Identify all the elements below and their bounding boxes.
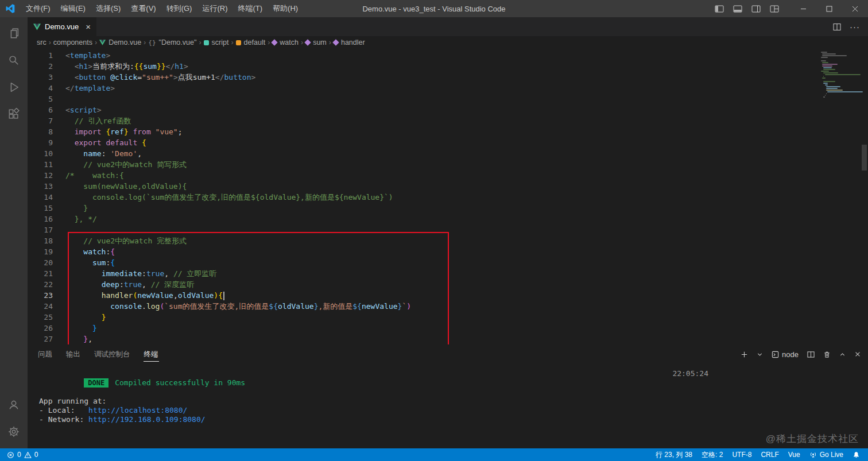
terminal-profile-selector[interactable]: node [772,350,799,359]
breadcrumb-item-demo-vue[interactable]: Demo.vue [99,38,141,47]
breadcrumb-item-sum[interactable]: sum [305,38,327,47]
breadcrumb-item-script[interactable]: script [204,38,229,47]
code-line-7[interactable]: 7 // 引入ref函数 [28,115,868,126]
explorer-icon[interactable] [0,20,28,47]
line-number: 7 [28,115,53,126]
panel-tab-output[interactable]: 输出 [65,346,81,361]
toggle-sidebar-icon[interactable] [715,5,724,13]
code-line-6[interactable]: 6<script> [28,104,868,115]
code-line-16[interactable]: 16 }, */ [28,214,868,224]
customize-layout-icon[interactable] [770,5,779,13]
toggle-panel-icon[interactable] [733,5,742,13]
tab-demo-vue[interactable]: Demo.vue × [28,17,96,36]
search-icon[interactable] [0,47,28,73]
menu-selection[interactable]: 选择(S) [91,0,126,17]
breadcrumb-separator-icon: › [49,38,51,47]
code-line-27[interactable]: 27 }, [28,334,868,344]
panel-tab-problems[interactable]: 问题 [37,346,53,361]
new-terminal-icon[interactable] [741,351,748,358]
notifications-bell[interactable] [848,448,865,461]
code-line-15[interactable]: 15 } [28,203,868,214]
terminal-dropdown-chevron-icon[interactable] [757,351,763,358]
cursor-position[interactable]: 行 23, 列 38 [651,448,697,461]
code-line-3[interactable]: 3 <button @click="sum++">点我sum+1</button… [28,72,868,83]
minimap-line [827,91,863,92]
maximize-panel-chevron-icon[interactable] [839,351,846,358]
breadcrumb-item-components[interactable]: components [53,38,92,47]
go-live-button[interactable]: Go Live [805,448,848,461]
minimap-line [822,62,828,63]
code-line-19[interactable]: 19 watch:{ [28,246,868,257]
code-line-9[interactable]: 9 export default { [28,137,868,148]
code-line-23[interactable]: 23 handler(newValue,oldValue){ [28,290,868,301]
tab-close-icon[interactable]: × [86,22,91,32]
run-debug-icon[interactable] [0,73,28,100]
code-line-24[interactable]: 24 console.log(`sum的值发生了改变,旧的值是${oldValu… [28,301,868,312]
panel-tab-terminal[interactable]: 终端 [144,346,159,362]
code-line-1[interactable]: 1<template> [28,50,868,61]
terminal-line: - Local: http://localhost:8080/ [39,406,868,415]
code-line-13[interactable]: 13 sum(newValue,oldValue){ [28,181,868,192]
encoding[interactable]: UTF-8 [727,448,756,461]
breadcrumb-item-handler[interactable]: handler [334,38,365,47]
code-line-25[interactable]: 25 } [28,312,868,323]
editor-scrollbar[interactable] [862,145,867,171]
menu-go[interactable]: 转到(G) [161,0,197,17]
code-line-11[interactable]: 11 // vue2中的watch 简写形式 [28,159,868,170]
terminal[interactable]: DONECompiled successfully in 90ms 22:05:… [28,364,868,448]
language-mode[interactable]: Vue [784,448,805,461]
code-text: sum:{ [53,257,115,268]
close-window-button[interactable] [842,0,868,17]
breadcrumb-item-src[interactable]: src [37,38,46,47]
kill-terminal-trash-icon[interactable] [823,351,831,358]
menu-run[interactable]: 运行(R) [197,0,232,17]
breadcrumb-label: default [244,38,266,47]
extensions-icon[interactable] [0,100,28,127]
breadcrumb-item-demo-vue-object[interactable]: {}"Demo.vue" [148,38,196,47]
line-number: 25 [28,312,53,323]
problems-indicator[interactable]: 0 0 [2,448,42,461]
code-line-5[interactable]: 5 [28,94,868,104]
code-text: immediate:true, // 立即监听 [53,268,216,279]
code-line-14[interactable]: 14 console.log(`sum的值发生了改变,旧的值是${oldValu… [28,192,868,203]
code-line-18[interactable]: 18 // vue2中的watch 完整形式 [28,235,868,246]
menu-view[interactable]: 查看(V) [126,0,161,17]
menu-edit[interactable]: 编辑(E) [56,0,91,17]
code-line-10[interactable]: 10 name: 'Demo', [28,148,868,159]
code-line-26[interactable]: 26 } [28,323,868,334]
code-line-4[interactable]: 4</template> [28,83,868,94]
eol-sequence[interactable]: CRLF [756,448,783,461]
minimap-line [822,64,837,65]
code-editor[interactable]: 1<template>2 <h1>当前求和为:{{sum}}</h1>3 <bu… [28,49,868,344]
account-icon[interactable] [0,391,28,418]
more-actions-icon[interactable]: ··· [850,22,860,32]
minimap[interactable] [821,52,859,98]
menu-terminal[interactable]: 终端(T) [232,0,268,17]
code-line-17[interactable]: 17 [28,224,868,235]
menu-file[interactable]: 文件(F) [21,0,56,17]
line-number: 4 [28,83,53,94]
terminal-url-link[interactable]: http://localhost:8080/ [88,406,187,414]
line-number: 27 [28,334,53,344]
line-number: 8 [28,126,53,137]
panel-tab-debug-console[interactable]: 调试控制台 [94,346,131,361]
code-line-22[interactable]: 22 deep:true, // 深度监听 [28,279,868,290]
terminal-url-link[interactable]: http://192.168.0.109:8080/ [88,415,206,424]
split-terminal-icon[interactable] [807,351,815,358]
breadcrumb-item-default[interactable]: default [236,38,266,47]
indentation[interactable]: 空格: 2 [697,448,727,461]
code-line-20[interactable]: 20 sum:{ [28,257,868,268]
code-line-2[interactable]: 2 <h1>当前求和为:{{sum}}</h1> [28,61,868,72]
settings-gear-icon[interactable] [0,418,28,445]
maximize-button[interactable] [816,0,842,17]
toggle-secondary-sidebar-icon[interactable] [751,5,761,13]
breadcrumb-item-watch[interactable]: watch [272,38,299,47]
minimize-button[interactable] [790,0,816,17]
code-line-12[interactable]: 12/* watch:{ [28,170,868,181]
menu-help[interactable]: 帮助(H) [268,0,303,17]
split-editor-icon[interactable] [833,23,841,31]
error-count: 0 [17,451,21,459]
close-panel-icon[interactable] [854,351,861,358]
code-line-21[interactable]: 21 immediate:true, // 立即监听 [28,268,868,279]
code-line-8[interactable]: 8 import {ref} from "vue"; [28,126,868,137]
